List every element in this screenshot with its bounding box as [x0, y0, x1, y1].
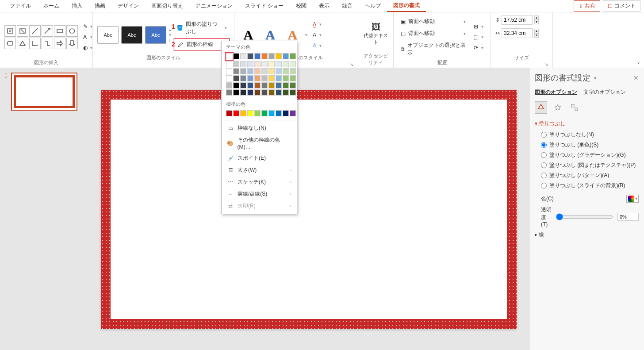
fill-section-header[interactable]: ▾ 塗りつぶし: [535, 118, 639, 129]
shade-swatch[interactable]: [254, 68, 261, 74]
width-spinner[interactable]: ▴▾: [534, 29, 539, 38]
shade-swatch[interactable]: [283, 68, 289, 74]
shade-swatch[interactable]: [261, 75, 268, 81]
shade-swatch[interactable]: [283, 61, 289, 67]
shade-swatch[interactable]: [240, 75, 246, 81]
height-spinner[interactable]: ▴▾: [534, 15, 539, 24]
style-gallery-more[interactable]: ▴▾⁝: [169, 26, 171, 44]
group-button[interactable]: ⬚▾: [471, 33, 486, 42]
shade-swatch[interactable]: [233, 89, 239, 96]
shade-swatch[interactable]: [261, 89, 268, 96]
more-colors-item[interactable]: 🎨その他の枠線の色(M)…: [222, 134, 297, 152]
wordart-launcher[interactable]: ↘: [350, 62, 353, 67]
shade-swatch[interactable]: [268, 75, 275, 81]
tab-view[interactable]: 表示: [313, 0, 336, 12]
shade-swatch[interactable]: [233, 61, 239, 67]
shape-style-3[interactable]: Abc: [145, 26, 166, 44]
send-backward-button[interactable]: ▢背面へ移動▾: [398, 28, 468, 38]
color-black[interactable]: [233, 53, 239, 59]
pane-menu-button[interactable]: ▾: [594, 75, 597, 81]
shade-swatch[interactable]: [268, 82, 275, 88]
shape-oval-icon[interactable]: [66, 25, 78, 37]
tab-draw[interactable]: 描画: [88, 0, 111, 12]
shade-swatch[interactable]: [276, 61, 282, 67]
std-darkblue[interactable]: [283, 110, 289, 116]
shade-swatch[interactable]: [261, 82, 268, 88]
align-button[interactable]: ⊞▾: [471, 22, 486, 31]
shade-swatch[interactable]: [276, 75, 282, 81]
shade-swatch[interactable]: [254, 82, 261, 88]
shade-swatch[interactable]: [268, 68, 275, 74]
shade-swatch[interactable]: [240, 82, 246, 88]
shape-line-icon[interactable]: [29, 25, 41, 37]
tab-file[interactable]: ファイル: [4, 0, 37, 12]
tab-home[interactable]: ホーム: [37, 0, 65, 12]
shade-swatch[interactable]: [247, 68, 253, 74]
color-midgray[interactable]: [268, 53, 275, 59]
dashes-item[interactable]: ┈実線/点線(S)›: [222, 188, 297, 200]
shape-style-2[interactable]: Abc: [121, 26, 142, 44]
line-section-header[interactable]: ▸ 線: [535, 229, 639, 240]
shade-swatch[interactable]: [247, 89, 253, 96]
collapse-ribbon-button[interactable]: ⌄: [636, 59, 640, 65]
std-yellow[interactable]: [247, 110, 253, 116]
std-darkred[interactable]: [226, 110, 232, 116]
size-launcher[interactable]: ↘: [544, 62, 548, 67]
tab-review[interactable]: 校閲: [290, 0, 313, 12]
shade-swatch[interactable]: [233, 82, 239, 88]
tab-animations[interactable]: アニメーション: [189, 0, 239, 12]
shade-swatch[interactable]: [254, 89, 261, 96]
color-darkblue[interactable]: [247, 53, 253, 59]
shade-swatch[interactable]: [226, 61, 232, 67]
fill-pattern-radio[interactable]: 塗りつぶし (パターン)(A): [541, 172, 639, 179]
shape-width-input[interactable]: [502, 28, 533, 38]
shade-swatch[interactable]: [247, 82, 253, 88]
shade-swatch[interactable]: [276, 89, 282, 96]
transparency-slider[interactable]: [556, 213, 613, 220]
text-outline-button[interactable]: A▾: [310, 31, 324, 39]
effects-category-icon[interactable]: [552, 101, 564, 114]
tab-slideshow[interactable]: スライド ショー: [239, 0, 290, 12]
no-outline-item[interactable]: ▭枠線なし(N): [222, 122, 297, 134]
close-pane-button[interactable]: ✕: [633, 74, 639, 81]
fill-solid-radio[interactable]: 塗りつぶし (単色)(S): [541, 141, 639, 149]
shade-swatch[interactable]: [290, 68, 296, 74]
fill-slidebg-radio[interactable]: 塗りつぶし (スライドの背景)(B): [541, 182, 639, 189]
rotate-button[interactable]: ⟳▾: [471, 43, 486, 52]
shade-swatch[interactable]: [276, 68, 282, 74]
shade-swatch[interactable]: [283, 89, 289, 96]
shade-swatch[interactable]: [268, 61, 275, 67]
fill-color-picker[interactable]: ▾: [626, 195, 639, 203]
alt-text-button[interactable]: 🖼 代替テキスト: [363, 22, 389, 46]
shade-swatch[interactable]: [283, 82, 289, 88]
transparency-input[interactable]: [617, 213, 639, 221]
text-effects-button[interactable]: 𝔸▾: [310, 41, 324, 50]
shade-swatch[interactable]: [290, 61, 296, 67]
shade-swatch[interactable]: [283, 75, 289, 81]
color-orange[interactable]: [261, 53, 268, 59]
shape-triangle-icon[interactable]: [17, 38, 28, 49]
text-options-tab[interactable]: 文字のオプション: [583, 88, 626, 96]
fill-gradient-radio[interactable]: 塗りつぶし (グラデーション)(G): [541, 151, 639, 159]
shape-style-1[interactable]: Abc: [97, 26, 119, 44]
tab-transitions[interactable]: 画面切り替え: [145, 0, 189, 12]
shape-roundrect-icon[interactable]: [4, 38, 16, 49]
shade-swatch[interactable]: [290, 75, 296, 81]
color-white[interactable]: [226, 53, 232, 59]
shape-elbow-icon[interactable]: [29, 38, 41, 49]
shade-swatch[interactable]: [254, 61, 261, 67]
wordart-more[interactable]: ▾: [305, 26, 307, 44]
shade-swatch[interactable]: [290, 82, 296, 88]
shape-down-arrow-icon[interactable]: [66, 38, 78, 49]
fill-line-category-icon[interactable]: [535, 101, 547, 114]
shade-swatch[interactable]: [226, 82, 232, 88]
sketch-item[interactable]: 〰スケッチ(K)›: [222, 176, 297, 188]
tab-record[interactable]: 録音: [336, 0, 359, 12]
std-ltblue[interactable]: [268, 110, 275, 116]
shade-swatch[interactable]: [268, 89, 275, 96]
color-green[interactable]: [290, 53, 296, 59]
shade-swatch[interactable]: [233, 75, 239, 81]
shade-swatch[interactable]: [240, 89, 246, 96]
color-ltblue[interactable]: [283, 53, 289, 59]
comment-button[interactable]: ☐ コメント: [603, 0, 640, 12]
